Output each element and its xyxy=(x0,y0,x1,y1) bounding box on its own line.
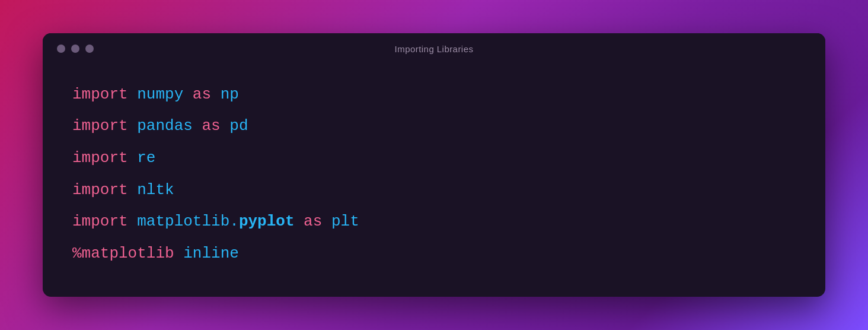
code-window: Importing Libraries import numpy as np i… xyxy=(43,33,825,297)
lib-pyplot: pyplot xyxy=(239,210,295,234)
window-title: Importing Libraries xyxy=(395,44,474,54)
space xyxy=(221,114,230,139)
space xyxy=(295,210,304,234)
space xyxy=(183,82,193,107)
lib-pandas: pandas xyxy=(137,114,193,139)
space xyxy=(174,242,184,266)
space xyxy=(128,178,138,203)
alias-np: np xyxy=(221,82,239,107)
keyword-import-4: import xyxy=(72,178,128,203)
maximize-button-icon[interactable] xyxy=(85,45,94,53)
titlebar: Importing Libraries xyxy=(43,33,825,65)
keyword-as-5: as xyxy=(304,210,322,234)
space xyxy=(128,210,138,234)
code-line-3: import re xyxy=(72,146,796,171)
lib-matplotlib: matplotlib xyxy=(137,210,229,234)
code-line-4: import nltk xyxy=(72,178,796,203)
lib-nltk: nltk xyxy=(137,178,174,203)
code-line-1: import numpy as np xyxy=(72,82,796,107)
keyword-as-1: as xyxy=(193,82,211,107)
space xyxy=(128,146,138,171)
keyword-import-2: import xyxy=(72,114,128,139)
traffic-lights xyxy=(57,45,94,53)
space xyxy=(128,114,138,139)
code-line-5: import matplotlib . pyplot as plt xyxy=(72,210,796,234)
space xyxy=(322,210,331,234)
code-line-2: import pandas as pd xyxy=(72,114,796,139)
lib-re: re xyxy=(137,146,155,171)
dot-separator: . xyxy=(229,210,239,234)
alias-plt: plt xyxy=(331,210,359,234)
keyword-import-5: import xyxy=(72,210,128,234)
minimize-button-icon[interactable] xyxy=(71,45,79,53)
space xyxy=(193,114,202,139)
space xyxy=(128,82,138,107)
keyword-as-2: as xyxy=(202,114,220,139)
code-line-6: %matplotlib inline xyxy=(72,242,796,266)
keyword-import-1: import xyxy=(72,82,128,107)
close-button-icon[interactable] xyxy=(57,45,65,53)
code-area: import numpy as np import pandas as pd i… xyxy=(43,65,825,297)
keyword-import-3: import xyxy=(72,146,128,171)
magic-matplotlib: %matplotlib xyxy=(72,242,174,266)
space xyxy=(211,82,221,107)
magic-inline: inline xyxy=(183,242,239,266)
lib-numpy: numpy xyxy=(137,82,183,107)
alias-pd: pd xyxy=(229,114,248,139)
